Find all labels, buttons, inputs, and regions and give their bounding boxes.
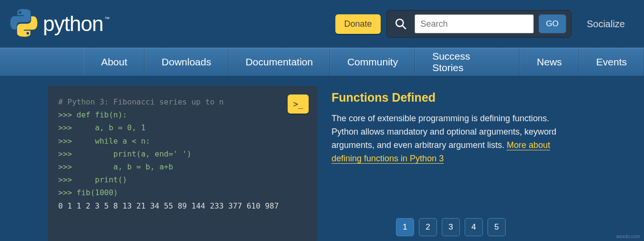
- page-4-button[interactable]: 4: [465, 218, 483, 236]
- info-body: The core of extensible programming is de…: [332, 112, 570, 166]
- info-title: Functions Defined: [332, 91, 570, 105]
- search-input[interactable]: [415, 14, 534, 33]
- page-3-button[interactable]: 3: [442, 218, 460, 236]
- page-1-button[interactable]: 1: [396, 218, 414, 236]
- code-line: >>> while a < n:: [58, 135, 307, 147]
- go-button[interactable]: GO: [539, 14, 566, 33]
- svg-point-0: [396, 19, 403, 26]
- nav-success-stories[interactable]: Success Stories: [415, 48, 519, 76]
- search-icon[interactable]: [392, 18, 410, 30]
- code-comment: # Python 3: Fibonacci series up to n: [58, 95, 307, 108]
- header-actions: Donate GO Socialize: [335, 10, 634, 38]
- main-nav: About Downloads Documentation Community …: [0, 48, 644, 76]
- info-panel: Functions Defined The core of extensible…: [332, 86, 570, 241]
- page-2-button[interactable]: 2: [419, 218, 437, 236]
- launch-shell-button[interactable]: >_: [288, 94, 309, 114]
- watermark: wsxdn.com: [616, 234, 640, 239]
- code-output: 0 1 1 2 3 5 8 13 21 34 55 89 144 233 377…: [58, 199, 307, 212]
- pagination: 1 2 3 4 5: [332, 218, 570, 236]
- code-line: >>> fib(1000): [58, 186, 307, 199]
- code-line: >>> print(a, end=' '): [58, 147, 307, 160]
- code-line: >>> print(): [58, 173, 307, 186]
- python-logo-icon: [10, 9, 38, 39]
- nav-news[interactable]: News: [519, 48, 579, 76]
- header: python™ Donate GO Socialize: [0, 0, 644, 48]
- nav-documentation[interactable]: Documentation: [229, 48, 330, 76]
- nav-spacer: [0, 48, 84, 76]
- nav-downloads[interactable]: Downloads: [145, 48, 229, 76]
- code-line: >>> a, b = 0, 1: [58, 121, 307, 134]
- nav-about[interactable]: About: [84, 48, 145, 76]
- search-box: GO: [386, 10, 571, 38]
- page-5-button[interactable]: 5: [488, 218, 506, 236]
- code-line: >>> a, b = b, a+b: [58, 160, 307, 173]
- svg-line-1: [402, 25, 406, 29]
- content: >_ # Python 3: Fibonacci series up to n …: [0, 76, 644, 241]
- donate-button[interactable]: Donate: [335, 14, 380, 34]
- nav-community[interactable]: Community: [330, 48, 415, 76]
- logo-text: python™: [43, 12, 108, 36]
- code-line: >>> def fib(n):: [58, 108, 307, 121]
- trademark: ™: [104, 16, 109, 21]
- logo-area[interactable]: python™: [10, 9, 108, 39]
- nav-events[interactable]: Events: [579, 48, 644, 76]
- socialize-link[interactable]: Socialize: [577, 19, 634, 30]
- code-panel: >_ # Python 3: Fibonacci series up to n …: [48, 86, 317, 241]
